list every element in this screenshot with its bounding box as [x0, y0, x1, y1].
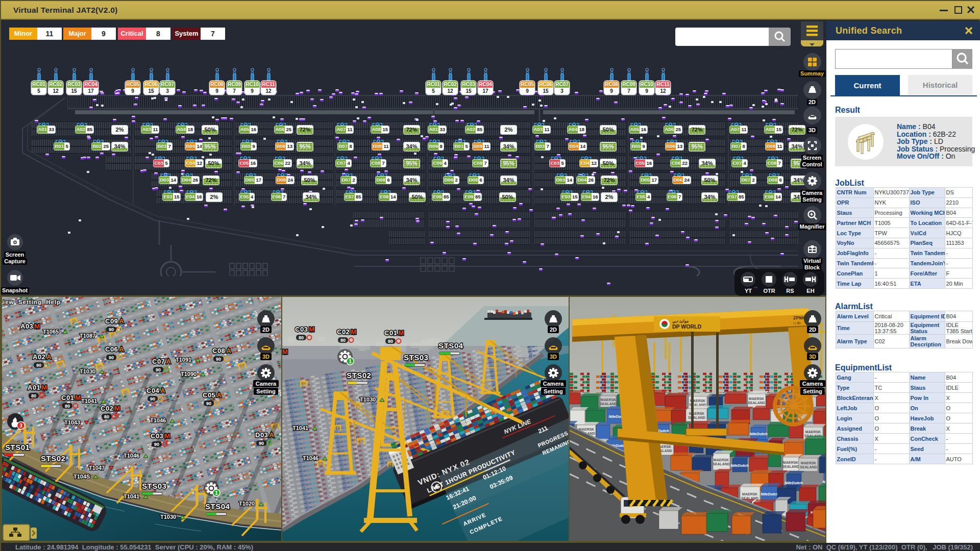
svg-text:SEALAND: SEALAND [782, 465, 799, 468]
svg-text:A: A [216, 391, 222, 399]
svg-text:T1046: T1046 [124, 453, 139, 459]
svg-text:SEALAND: SEALAND [748, 401, 765, 405]
svg-text:MAERSK: MAERSK [801, 461, 816, 465]
svg-text:C02: C02 [101, 405, 113, 412]
svg-text:NileDutch: NileDutch [730, 463, 748, 468]
svg-text:80: 80 [104, 414, 109, 419]
svg-text:C09: C09 [105, 317, 118, 325]
svg-text:MAERSK: MAERSK [714, 458, 729, 462]
svg-text:90: 90 [150, 396, 155, 402]
svg-text:M: M [114, 405, 120, 412]
svg-text:80: 80 [31, 393, 36, 398]
svg-text:T1043: T1043 [64, 419, 80, 425]
svg-text:Setting: Setting [544, 388, 562, 394]
svg-text:STS04: STS04 [438, 341, 463, 350]
svg-text:STS04: STS04 [205, 502, 230, 511]
svg-text:2D: 2D [550, 327, 557, 333]
svg-text:C01: C01 [384, 329, 397, 337]
svg-text:80: 80 [388, 339, 393, 344]
svg-text:80: 80 [65, 404, 70, 409]
svg-text:A: A [269, 431, 274, 439]
svg-text:80: 80 [340, 338, 346, 343]
svg-text:C04: C04 [146, 387, 160, 394]
svg-text:Camera: Camera [543, 381, 564, 387]
svg-text:T104S: T104S [74, 473, 90, 480]
svg-text:90: 90 [36, 363, 41, 368]
svg-text:80: 80 [299, 335, 304, 340]
svg-text:M: M [34, 322, 40, 330]
svg-text:(上海): (上海) [793, 321, 801, 325]
svg-text:3D: 3D [550, 354, 557, 360]
svg-text:MAERSK: MAERSK [742, 492, 757, 496]
svg-text:STS03: STS03 [404, 353, 428, 362]
svg-text:T1065: T1065 [43, 329, 59, 335]
svg-text:3D: 3D [809, 354, 816, 360]
svg-text:C07: C07 [152, 358, 165, 365]
svg-text:M: M [351, 328, 356, 336]
svg-text:iew Setting Help: iew Setting Help [3, 299, 61, 305]
svg-text:M: M [164, 432, 170, 440]
svg-text:90: 90 [109, 327, 114, 332]
svg-text:T1030: T1030 [80, 368, 95, 374]
svg-text:3: 3 [19, 423, 22, 429]
svg-text:SEALAND: SEALAND [600, 402, 617, 406]
svg-text:3D: 3D [262, 354, 270, 360]
svg-text:NileDutch: NileDutch [749, 432, 767, 436]
svg-text:A01: A01 [28, 384, 40, 391]
svg-text:M: M [75, 394, 81, 402]
svg-text:90: 90 [206, 401, 211, 406]
svg-text:T1041: T1041 [292, 425, 308, 431]
svg-text:MAERSK: MAERSK [783, 461, 798, 464]
svg-text:T1030: T1030 [160, 514, 176, 520]
svg-text:T1041: T1041 [81, 398, 97, 404]
svg-text:A02: A02 [33, 353, 45, 361]
svg-text:C02: C02 [337, 328, 350, 336]
svg-text:T1046: T1046 [303, 455, 318, 461]
svg-text:A: A [119, 345, 124, 353]
svg-text:T1020: T1020 [239, 500, 255, 507]
svg-text:A: A [46, 353, 52, 361]
svg-text:T1041: T1041 [124, 493, 139, 499]
svg-text:موانئ دبي: موانئ دبي [672, 319, 689, 323]
svg-text:Setting: Setting [256, 388, 275, 394]
svg-text:A: A [226, 347, 231, 355]
svg-text:1: 1 [349, 359, 352, 364]
svg-text:C03: C03 [295, 325, 308, 333]
svg-text:T1047: T1047 [89, 465, 105, 471]
svg-text:MAERSK: MAERSK [805, 430, 821, 434]
svg-text:Setting: Setting [803, 388, 822, 394]
svg-text:M: M [398, 329, 404, 337]
svg-text:T1030: T1030 [360, 396, 376, 403]
svg-text:STS01: STS01 [5, 443, 30, 452]
svg-text:Camera: Camera [802, 381, 823, 387]
svg-text:T1046: T1046 [150, 417, 166, 423]
svg-text:2D: 2D [809, 327, 816, 333]
svg-text:C03: C03 [151, 432, 163, 440]
svg-text:90: 90 [154, 442, 159, 447]
svg-text:DP WORLD: DP WORLD [672, 323, 701, 330]
svg-text:MAERSK: MAERSK [749, 397, 764, 400]
svg-text:SEALAND: SEALAND [800, 465, 817, 469]
svg-text:STS03: STS03 [142, 482, 166, 490]
svg-text:C08: C08 [212, 347, 225, 355]
svg-text:90: 90 [156, 367, 161, 372]
svg-text:D03: D03 [255, 431, 268, 439]
svg-text:M: M [309, 325, 314, 333]
svg-text:NileDutch: NileDutch [785, 481, 802, 485]
svg-text:SEALAND: SEALAND [688, 416, 705, 419]
svg-text:90: 90 [216, 357, 221, 362]
svg-text:M: M [41, 384, 47, 391]
svg-text:NileDutch: NileDutch [761, 492, 778, 496]
svg-text:1: 1 [215, 490, 218, 496]
svg-text:MAERSK: MAERSK [601, 398, 616, 402]
svg-text:90: 90 [109, 355, 114, 360]
svg-text:A: A [119, 317, 124, 325]
svg-text:A03: A03 [20, 322, 33, 330]
svg-text:C06: C06 [105, 345, 118, 353]
svg-text:A: A [160, 387, 165, 394]
svg-text:C01: C01 [61, 394, 74, 402]
svg-text:M: M [282, 348, 288, 356]
svg-text:STS02: STS02 [41, 454, 65, 463]
svg-text:SEALAND: SEALAND [713, 462, 730, 466]
svg-text:2D: 2D [262, 327, 270, 333]
